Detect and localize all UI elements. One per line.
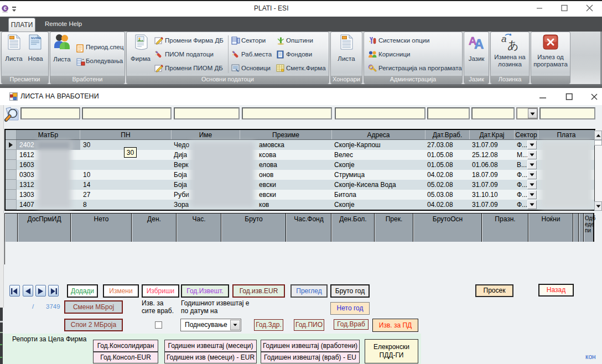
svg-text:NVRM: NVRM bbox=[31, 37, 41, 40]
svg-text:あ: あ bbox=[507, 39, 518, 51]
svg-text:A: A bbox=[474, 37, 484, 51]
svg-text:€: € bbox=[4, 6, 7, 11]
